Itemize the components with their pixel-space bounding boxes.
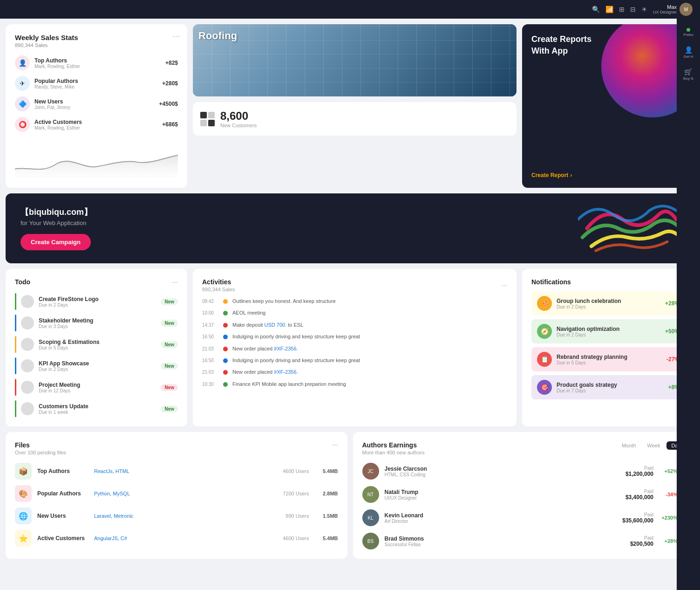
todo-avatar xyxy=(21,295,34,308)
earn-info: Jessie Clarcson HTML, CSS Coding xyxy=(385,466,620,477)
earn-paid-label: Paid xyxy=(625,466,653,471)
todo-info: Customers Update Due in 1 week xyxy=(39,403,156,415)
file-size: 5.4MB xyxy=(315,535,338,541)
popular-authors-icon: ✈ xyxy=(15,76,30,91)
tab-month[interactable]: Month xyxy=(617,441,641,450)
earnings-list: JC Jessie Clarcson HTML, CSS Coding Paid… xyxy=(362,463,686,549)
todo-avatar xyxy=(21,359,34,372)
file-users: 890 Users xyxy=(277,513,309,519)
earn-role: Successful Fellas xyxy=(385,542,625,547)
act-time: 21:03 xyxy=(202,370,218,375)
activity-list: 08:42 Outlines keep you honest. And keep… xyxy=(202,298,507,388)
act-text: New order placed #XF-2356. xyxy=(232,345,298,352)
todo-name: Create FireStone Logo xyxy=(39,296,156,302)
stat-name: Active Customers xyxy=(34,119,157,125)
todo-avatar xyxy=(21,402,34,415)
earn-role: HTML, CSS Coding xyxy=(385,472,620,477)
todo-list: Create FireStone Logo Due in 2 Days New … xyxy=(15,293,178,417)
activity-item: 14:37 Make deposit USD 700. to ESL xyxy=(202,322,507,329)
create-reports-card: Create ReportsWith App Create Report › xyxy=(522,24,694,188)
notif-sub: Due in 2 Days xyxy=(557,332,660,337)
todo-name: Customers Update xyxy=(39,403,156,410)
todo-item: Create FireStone Logo Due in 2 Days New xyxy=(15,293,178,310)
earn-info: Brad Simmons Successful Fellas xyxy=(385,535,625,547)
act-time: 10:30 xyxy=(202,382,218,387)
todo-item: Project Meeting Due in 12 Days New xyxy=(15,379,178,396)
avatar[interactable]: M xyxy=(680,3,693,16)
new-customers-card: 8,600 New Customers xyxy=(193,102,517,136)
todo-bar xyxy=(15,293,16,310)
grid2-icon[interactable]: ⊟ xyxy=(630,6,636,13)
notif-item: 🍕 Group lunch celebration Due in 2 Days … xyxy=(531,291,685,316)
new-users-icon: 🔷 xyxy=(15,96,30,111)
earnings-subtitle: More than 400 new authors xyxy=(362,450,425,455)
sidebar-item-buyn[interactable]: 🛒 Buy N xyxy=(683,68,693,81)
file-name: Top Authors xyxy=(37,468,88,474)
user-name: Max xyxy=(653,4,677,10)
create-campaign-button[interactable]: Create Campaign xyxy=(20,234,91,250)
todo-bar xyxy=(15,357,16,374)
todo-badge: New xyxy=(161,341,178,348)
order-link[interactable]: #XF-2356 xyxy=(274,346,296,351)
activity-item: 21:03 New order placed #XF-2356. xyxy=(202,345,507,352)
user-menu[interactable]: Max UX Designer M xyxy=(653,3,693,16)
todo-menu[interactable]: ⋯ xyxy=(172,279,178,286)
wave-chart xyxy=(15,141,178,178)
tab-week[interactable]: Week xyxy=(643,441,665,450)
notif-info: Product goals strategy Due in 7 Days xyxy=(557,382,664,393)
earn-amount: $3,400,000 xyxy=(625,494,653,501)
notif-sub: Due in 7 Days xyxy=(557,388,664,393)
act-time: 10:00 xyxy=(202,310,218,316)
todo-due: Due in 2 Days xyxy=(39,367,156,372)
earn-paid-section: Paid $200,500 xyxy=(630,535,653,547)
act-text: New order placed #XF-2356. xyxy=(232,369,298,376)
todo-info: Create FireStone Logo Due in 2 Days xyxy=(39,296,156,308)
create-report-link[interactable]: Create Report › xyxy=(531,172,685,178)
act-time: 16:50 xyxy=(202,334,218,339)
earn-info: Kevin Leonard Art Director xyxy=(385,512,617,524)
file-icon: 📦 xyxy=(15,463,32,480)
weekly-sales-menu[interactable]: ⋯ xyxy=(172,32,180,41)
act-dot xyxy=(223,358,228,363)
file-item: 🌐 New Users Laravel, Metronic 890 Users … xyxy=(15,508,338,524)
act-dot xyxy=(223,335,228,339)
act-dot xyxy=(223,370,228,375)
notif-title: Group lunch celebration xyxy=(557,298,660,304)
earnings-item: JC Jessie Clarcson HTML, CSS Coding Paid… xyxy=(362,463,686,480)
grid-icon[interactable]: ⊞ xyxy=(619,6,625,13)
stat-name: Top Authors xyxy=(34,57,161,64)
stat-item: 🔷 New Users John, Pat, Jimmy +4500$ xyxy=(15,96,178,111)
files-title: Files xyxy=(15,441,66,449)
notif-info: Rebrand strategy planning Due in 5 Days xyxy=(557,354,662,365)
files-row: Files Over 100 pending files ⋯ 📦 Top Aut… xyxy=(6,432,694,559)
act-dot xyxy=(223,311,228,316)
files-menu[interactable]: ⋯ xyxy=(332,441,338,448)
todo-bar xyxy=(15,336,16,353)
earnings-header: Authors Earnings More than 400 new autho… xyxy=(362,441,686,455)
row-1: ⋯ Weekly Sales Stats 890,344 Sales 👤 Top… xyxy=(6,24,694,188)
earnings-item: BS Brad Simmons Successful Fellas Paid $… xyxy=(362,533,686,549)
notif-item: 🎯 Product goals strategy Due in 7 Days +… xyxy=(531,375,685,399)
act-time: 14:37 xyxy=(202,322,218,328)
search-icon[interactable]: 🔍 xyxy=(592,6,600,13)
activities-menu[interactable]: ⋯ xyxy=(501,282,507,289)
file-users: 4600 Users xyxy=(277,535,309,541)
weekly-sales-title: Weekly Sales Stats xyxy=(15,34,178,41)
order-link2[interactable]: #XF-2356 xyxy=(274,369,296,375)
deposit-link[interactable]: USD 700 xyxy=(264,322,285,328)
stat-info: New Users John, Pat, Jimmy xyxy=(34,98,155,110)
earn-amount: $35,600,000 xyxy=(622,517,653,524)
act-time: 16:50 xyxy=(202,358,218,363)
earn-role: Art Director xyxy=(385,519,617,524)
brightness-icon[interactable]: ☀ xyxy=(641,6,647,13)
activity-item: 08:42 Outlines keep you honest. And keep… xyxy=(202,298,507,305)
stat-sub: Mark, Rowling, Esther xyxy=(34,64,161,69)
stat-item: 👤 Top Authors Mark, Rowling, Esther +82$ xyxy=(15,55,178,70)
notif-sub: Due in 2 Days xyxy=(557,304,660,309)
sq3 xyxy=(200,120,207,126)
files-subtitle: Over 100 pending files xyxy=(15,450,66,455)
file-users: 7200 Users xyxy=(277,491,309,496)
topbar: 🔍 📶 ⊞ ⊟ ☀ Max UX Designer M xyxy=(0,0,700,19)
notifications-title: Notifications xyxy=(531,278,571,286)
notif-icon: 🎯 xyxy=(537,380,552,395)
